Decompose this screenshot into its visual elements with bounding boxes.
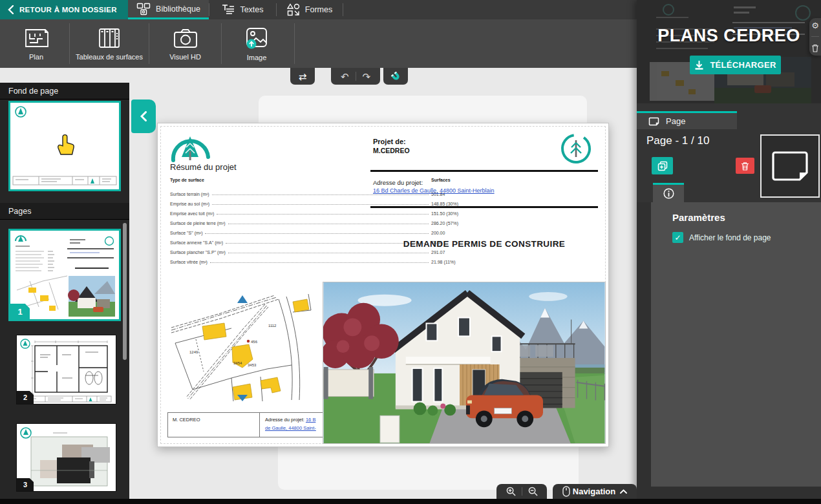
dotted-leader xyxy=(228,224,429,224)
table-row: Surface de pleine terre (m²)286.20 (57%) xyxy=(170,216,483,226)
navigation-tab[interactable]: Navigation xyxy=(553,484,637,499)
page-number-badge: 3 xyxy=(17,478,34,491)
zoom-in-button[interactable] xyxy=(500,487,522,496)
delete-page-button[interactable] xyxy=(736,158,754,174)
tab-label: Formes xyxy=(305,5,332,14)
document-preview: PLANS CEDREO TÉLÉCHARGER xyxy=(637,0,821,103)
info-icon xyxy=(663,188,674,199)
footer-address-label: Adresse du projet: xyxy=(265,417,306,423)
library-icon xyxy=(136,3,151,16)
mouse-icon xyxy=(562,486,570,497)
preview-title: PLANS CEDREO xyxy=(637,26,821,46)
row-value: 291.07 xyxy=(431,250,483,255)
divider-line xyxy=(370,206,598,208)
tool-label: Image xyxy=(247,54,267,61)
tool-plan[interactable]: Plan xyxy=(5,19,67,68)
row-value: 151.50 (30%) xyxy=(431,211,483,216)
tab-textes[interactable]: Textes xyxy=(209,0,276,19)
page-thumbnail-1[interactable]: 1 xyxy=(8,229,121,321)
divider-line xyxy=(370,170,598,172)
info-tab[interactable] xyxy=(653,183,684,202)
library-toolbar: Plan Tableaux de surfaces Vi xyxy=(0,19,637,68)
document-page[interactable]: Résumé du projet Type de surface Surface… xyxy=(157,123,609,447)
divider xyxy=(811,36,819,37)
tool-visuel-hd[interactable]: Visuel HD xyxy=(151,19,220,68)
duplicate-icon xyxy=(657,161,668,171)
row-label: Surface "S" (m²) xyxy=(170,231,202,235)
address-link[interactable]: 16 Bd Charles de Gaulle, 44800 Saint-Her… xyxy=(373,187,495,194)
page-number-badge: 2 xyxy=(17,391,34,404)
tab-bibliotheque[interactable]: Bibliothèque xyxy=(128,0,209,19)
row-label: Surface vitrée (m²) xyxy=(170,260,208,264)
duplicate-page-button[interactable] xyxy=(652,157,673,174)
swap-icon[interactable]: ⇄ xyxy=(293,72,312,81)
dotted-leader xyxy=(217,214,429,215)
divider xyxy=(69,23,70,64)
app-window: Résumé du projet Type de surface Surface… xyxy=(0,0,821,504)
parcel-label: 3453 xyxy=(248,363,257,367)
footer-address-link2[interactable]: de Gaulle, 44800 Saint- xyxy=(265,425,316,431)
fond-de-page-thumbnail[interactable] xyxy=(8,101,121,191)
magnet-tab xyxy=(383,68,408,85)
page-icon xyxy=(648,117,659,126)
footer-owner: M. CEDREO xyxy=(168,413,260,437)
zoom-in-icon xyxy=(506,487,516,496)
house-render-image[interactable] xyxy=(323,282,606,444)
shapes-icon xyxy=(287,3,300,16)
back-label: RETOUR À MON DOSSIER xyxy=(19,6,117,14)
camera-icon xyxy=(173,27,198,49)
parcel-label: 3454 xyxy=(233,361,242,365)
row-label: Surface de pleine terre (m²) xyxy=(170,221,226,226)
tool-tableaux[interactable]: Tableaux de surfaces xyxy=(71,19,147,68)
row-value: 286.20 (57%) xyxy=(431,221,483,226)
show-background-checkbox[interactable]: ✓ Afficher le fond de page xyxy=(672,232,771,243)
table-row: Emprise au sol (m²)148.85 (30%) xyxy=(170,196,483,206)
pages-scrollbar[interactable] xyxy=(123,223,127,360)
collapse-sidebar-button[interactable] xyxy=(131,100,156,133)
page-tab[interactable]: Page xyxy=(637,111,737,129)
tool-image[interactable]: Image xyxy=(223,19,290,68)
zoom-out-button[interactable] xyxy=(522,487,544,496)
undo-icon[interactable]: ↶ xyxy=(336,72,354,81)
fond-thumbnail-art xyxy=(10,103,119,189)
download-button[interactable]: TÉLÉCHARGER xyxy=(690,56,781,74)
page-settings-panel: Paramètres ✓ Afficher le fond de page xyxy=(651,202,821,487)
fond-de-page-header: Fond de page xyxy=(0,83,129,100)
gear-icon[interactable]: ⚙ xyxy=(811,21,819,30)
settings-title: Paramètres xyxy=(672,212,725,223)
magnet-icon[interactable] xyxy=(390,71,401,82)
row-value: 200.00 xyxy=(431,231,483,235)
footer-address-link[interactable]: 16 B xyxy=(306,417,315,423)
tab-formes[interactable]: Formes xyxy=(277,0,343,19)
tab-label: Textes xyxy=(240,5,263,14)
parcel-label: 1249 xyxy=(189,350,198,354)
page-thumbnail-3[interactable]: 3 xyxy=(16,423,116,492)
site-plan-image[interactable]: 1249 3454 3453 1112 456 xyxy=(170,293,315,401)
top-bar: RETOUR À MON DOSSIER Bibliothèque Textes xyxy=(0,0,637,19)
cedreo-logo-circle xyxy=(560,132,592,165)
redo-icon[interactable]: ↷ xyxy=(357,72,376,81)
back-to-folder-button[interactable]: RETOUR À MON DOSSIER xyxy=(0,0,128,19)
project-block: Projet de: M.CEDREO xyxy=(373,138,410,154)
page-format-box[interactable] xyxy=(760,134,820,198)
table-row: Surface vitrée (m²)21.98 (11%) xyxy=(170,255,483,264)
pages-header: Pages xyxy=(0,203,129,220)
divider xyxy=(343,3,343,16)
row-label: Emprise au sol (m²) xyxy=(170,202,209,206)
trash-icon[interactable] xyxy=(811,44,819,52)
row-label: Surface annexe "S.A" (m²) xyxy=(170,240,223,245)
table-icon xyxy=(97,27,122,49)
parcel-label: 1112 xyxy=(268,324,277,328)
page-thumbnail-2[interactable]: 2 xyxy=(16,335,116,404)
checkbox-label: Afficher le fond de page xyxy=(689,233,771,242)
bottom-bar xyxy=(0,499,821,504)
summary-title: Résumé du projet xyxy=(170,162,237,172)
row-label: Surface terrain (m²) xyxy=(170,192,209,196)
download-label: TÉLÉCHARGER xyxy=(710,60,776,70)
project-label: Projet de: xyxy=(373,138,410,145)
page-section: Page Page - 1 / 10 xyxy=(637,103,821,202)
dotted-leader xyxy=(205,233,429,234)
row-value: 148.85 (30%) xyxy=(431,202,483,206)
dotted-leader xyxy=(228,253,429,253)
divider xyxy=(149,23,149,64)
